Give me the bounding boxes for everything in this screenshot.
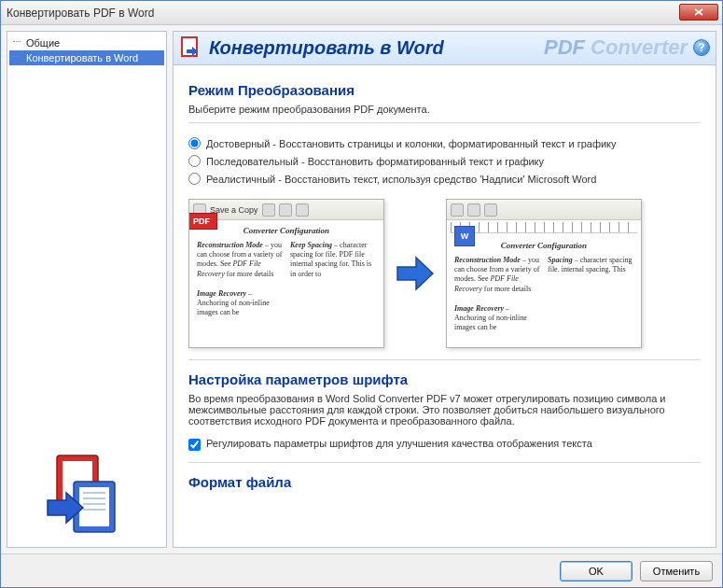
radio-label: Последовательный - Восстановить форматир… bbox=[206, 156, 544, 167]
close-button[interactable] bbox=[679, 4, 718, 21]
sidebar-logo bbox=[7, 444, 166, 547]
word-badge: W bbox=[454, 226, 475, 246]
print-icon bbox=[262, 203, 275, 217]
sidebar-item-general[interactable]: Общие bbox=[9, 35, 164, 50]
divider bbox=[188, 122, 701, 123]
toolbar-icon bbox=[484, 203, 497, 217]
mail-icon bbox=[279, 203, 292, 217]
nav-tree: Общие Конвертировать в Word bbox=[7, 32, 166, 444]
radio-input[interactable] bbox=[188, 173, 201, 185]
preview-pdf: Save a Copy PDF Converter Configuration … bbox=[188, 199, 384, 348]
pdf-toolbar: Save a Copy bbox=[189, 200, 383, 220]
sidebar: Общие Конвертировать в Word bbox=[7, 31, 167, 548]
radio-mode-exact[interactable]: Реалистичный - Восстановить текст, испол… bbox=[188, 170, 701, 188]
section-mode-title: Режим Преобразования bbox=[188, 82, 701, 98]
page-convert-icon bbox=[181, 36, 202, 61]
section-font-title: Настройка параметров шрифта bbox=[188, 371, 701, 387]
radio-mode-faithful[interactable]: Достоверный - Восстановить страницы и ко… bbox=[188, 134, 701, 152]
section-font-desc: Во время преобразования в Word Solid Con… bbox=[188, 393, 701, 427]
pdf-badge: PDF bbox=[188, 213, 217, 230]
word-toolbar bbox=[447, 200, 641, 220]
checkbox-input[interactable] bbox=[188, 439, 201, 451]
radio-input[interactable] bbox=[188, 137, 201, 149]
section-format-title: Формат файла bbox=[188, 474, 701, 490]
titlebar: Конвертировать PDF в Word bbox=[1, 1, 722, 25]
ok-button[interactable]: OK bbox=[560, 561, 633, 581]
convert-logo-icon bbox=[40, 454, 133, 538]
checkbox-label: Регулировать параметры шрифтов для улучш… bbox=[206, 438, 592, 449]
brand-watermark: PDF Converter bbox=[544, 35, 688, 60]
word-ruler bbox=[451, 222, 637, 233]
word-doc-body: Converter Configuration Reconstruction M… bbox=[447, 235, 641, 339]
radio-label: Реалистичный - Восстановить текст, испол… bbox=[206, 174, 596, 185]
section-mode-desc: Выберите режим преобразования PDF докуме… bbox=[188, 104, 701, 115]
toolbar-icon bbox=[451, 203, 464, 217]
cancel-button[interactable]: Отменить bbox=[640, 561, 713, 581]
checkbox-adjust-fonts[interactable]: Регулировать параметры шрифтов для улучш… bbox=[188, 434, 701, 455]
radio-label: Достоверный - Восстановить страницы и ко… bbox=[206, 138, 617, 149]
main-panel: Конвертировать в Word PDF Converter ? Ре… bbox=[173, 31, 716, 548]
dialog-body: Общие Конвертировать в Word bbox=[1, 25, 722, 553]
preview-row: Save a Copy PDF Converter Configuration … bbox=[188, 199, 701, 348]
dialog-window: Конвертировать PDF в Word Общие Конверти… bbox=[0, 0, 723, 588]
panel-header: Конвертировать в Word PDF Converter ? bbox=[174, 32, 716, 65]
toolbar-icon bbox=[467, 203, 480, 217]
panel-title: Конвертировать в Word bbox=[209, 37, 444, 59]
window-title: Конвертировать PDF в Word bbox=[7, 7, 154, 20]
content-scroll[interactable]: Режим Преобразования Выберите режим прео… bbox=[174, 65, 716, 547]
help-button[interactable]: ? bbox=[693, 39, 710, 56]
search-icon bbox=[296, 203, 309, 217]
arrow-icon bbox=[394, 252, 437, 295]
dialog-footer: OK Отменить bbox=[1, 553, 722, 587]
preview-word: W Converter Configuration Reconstruction… bbox=[446, 199, 642, 348]
pdf-doc-body: Converter Configuration Reconstruction M… bbox=[189, 220, 383, 324]
divider bbox=[188, 462, 701, 463]
sidebar-item-convert-word[interactable]: Конвертировать в Word bbox=[9, 50, 164, 65]
divider bbox=[188, 359, 701, 360]
radio-mode-flowing[interactable]: Последовательный - Восстановить форматир… bbox=[188, 152, 701, 170]
radio-input[interactable] bbox=[188, 155, 201, 167]
